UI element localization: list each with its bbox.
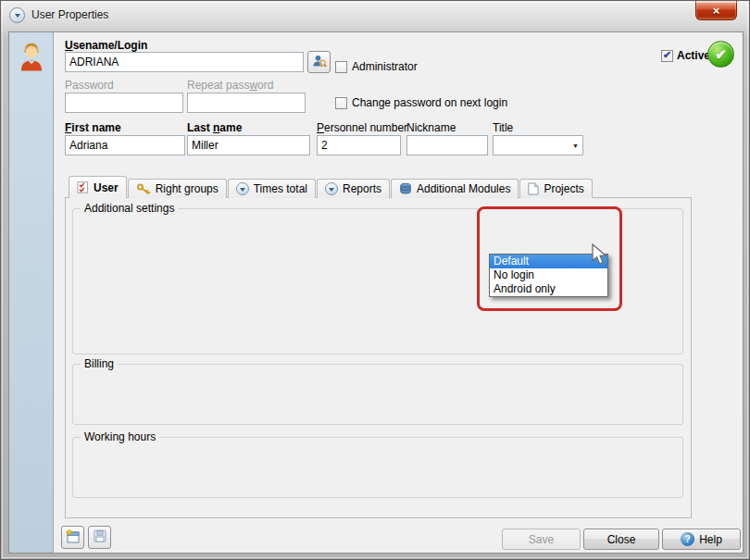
group-label: Additional settings — [81, 203, 178, 215]
help-icon: ? — [681, 532, 694, 546]
first-name-label: First name — [65, 122, 121, 134]
tab-projects[interactable]: Projects — [519, 179, 592, 198]
tab-label: User — [94, 181, 119, 194]
personnel-number-label: Personnel number — [317, 122, 407, 134]
administrator-label: Administrator — [352, 61, 418, 73]
nickname-input[interactable] — [406, 135, 488, 156]
repeat-password-label: Repeat password — [187, 80, 273, 92]
document-icon — [528, 182, 539, 195]
title-dropdown[interactable]: ▼ — [493, 135, 583, 156]
close-dialog-button[interactable]: Close — [583, 529, 659, 550]
chevron-down-icon: ▼ — [572, 143, 579, 149]
login-mode-option[interactable]: Android only — [490, 282, 607, 296]
chevron-circle-icon — [325, 182, 338, 195]
database-icon — [399, 182, 412, 195]
password-label: Password — [65, 80, 114, 92]
user-lookup-button[interactable] — [307, 51, 331, 73]
change-password-checkbox[interactable] — [335, 97, 347, 109]
group-label: Billing — [81, 358, 118, 370]
tab-additional-modules[interactable]: Additional Modules — [391, 179, 519, 198]
close-button[interactable]: × — [695, 1, 737, 20]
tab-times-total[interactable]: Times total — [228, 179, 316, 198]
personnel-number-input[interactable] — [317, 135, 401, 156]
tab-strip: User Right groups Times total Reports — [69, 176, 594, 198]
dialog-client-area: Usename/Login Administrator Active Passw… — [8, 31, 744, 554]
user-avatar-icon — [16, 40, 47, 81]
first-name-input[interactable] — [65, 135, 185, 156]
tab-label: Times total — [254, 182, 307, 195]
title-label: Title — [493, 122, 513, 134]
tab-right-groups[interactable]: Right groups — [128, 179, 227, 198]
tab-label: Projects — [544, 182, 583, 195]
nickname-label: Nickname — [406, 122, 456, 134]
close-icon: × — [713, 5, 720, 17]
active-label: Active — [677, 50, 710, 62]
administrator-checkbox[interactable] — [335, 61, 347, 73]
save-button[interactable]: Save — [502, 529, 581, 550]
user-properties-window: User Properties × Usename/Login — [0, 0, 750, 560]
new-item-button[interactable] — [61, 526, 84, 549]
username-label: Usename/Login — [65, 40, 147, 52]
login-mode-options-list: Default No login Android only — [489, 254, 608, 297]
last-name-label: Last name — [187, 122, 242, 134]
change-password-label: Change password on next login — [352, 97, 507, 109]
active-status-icon — [707, 41, 734, 68]
sidebar-panel — [9, 32, 54, 553]
tab-user[interactable]: User — [69, 176, 127, 198]
repeat-password-input[interactable] — [187, 93, 306, 113]
save-icon-button[interactable] — [88, 526, 111, 549]
working-hours-group: Working hours — [72, 437, 683, 498]
user-search-icon — [312, 54, 327, 71]
tab-label: Additional Modules — [417, 182, 510, 195]
window-menu-icon[interactable] — [9, 7, 25, 23]
window-title: User Properties — [31, 7, 108, 21]
billing-group: Billing — [72, 364, 683, 425]
new-window-star-icon — [65, 529, 81, 547]
last-name-input[interactable] — [187, 135, 310, 156]
login-mode-option[interactable]: Default — [490, 255, 607, 268]
titlebar: User Properties × — [1, 1, 749, 31]
chevron-circle-icon — [236, 182, 249, 195]
group-label: Working hours — [81, 431, 159, 443]
username-input[interactable] — [65, 52, 304, 72]
floppy-disk-icon — [93, 529, 107, 546]
tab-label: Reports — [343, 182, 381, 195]
help-button[interactable]: ? Help — [662, 529, 741, 550]
login-mode-option[interactable]: No login — [490, 268, 607, 282]
keys-icon — [136, 183, 151, 195]
password-input[interactable] — [65, 93, 183, 113]
user-checklist-icon — [77, 181, 89, 193]
active-checkbox[interactable] — [661, 50, 673, 62]
tab-label: Right groups — [156, 182, 219, 195]
tab-reports[interactable]: Reports — [317, 179, 390, 198]
